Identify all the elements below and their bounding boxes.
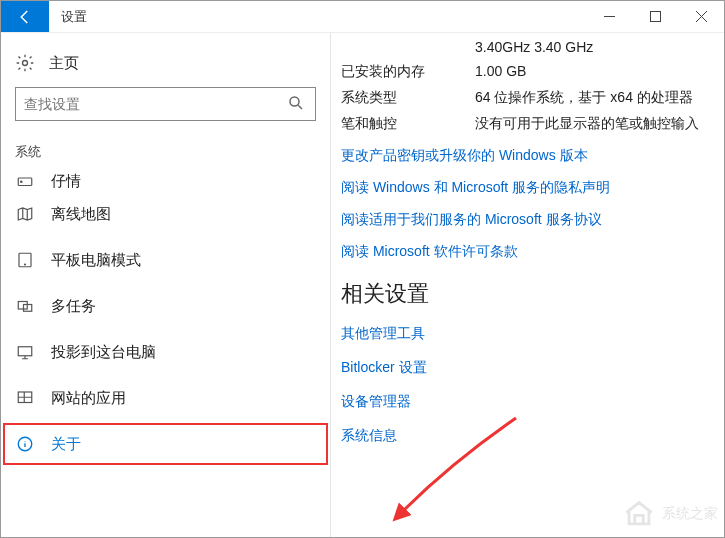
project-icon [15, 342, 35, 362]
spec-row: 3.40GHz 3.40 GHz [341, 39, 714, 55]
link-privacy-statement[interactable]: 阅读 Windows 和 Microsoft 服务的隐私声明 [341, 179, 714, 197]
link-license-terms[interactable]: 阅读 Microsoft 软件许可条款 [341, 243, 714, 261]
link-bitlocker[interactable]: Bitlocker 设置 [341, 359, 714, 377]
link-list: 更改产品密钥或升级你的 Windows 版本 阅读 Windows 和 Micr… [341, 147, 714, 261]
sidebar-item-label: 多任务 [51, 297, 96, 316]
link-change-product-key[interactable]: 更改产品密钥或升级你的 Windows 版本 [341, 147, 714, 165]
sidebar-item-tablet-mode[interactable]: 平板电脑模式 [1, 237, 330, 283]
svg-rect-9 [18, 347, 32, 356]
spec-val: 64 位操作系统，基于 x64 的处理器 [451, 89, 714, 107]
window-title: 设置 [49, 1, 99, 32]
storage-icon [15, 171, 35, 191]
sidebar-item-label: 关于 [51, 435, 81, 454]
spec-val: 3.40GHz 3.40 GHz [451, 39, 714, 55]
sidebar-item-offline-maps[interactable]: 离线地图 [1, 191, 330, 237]
multitask-icon [15, 296, 35, 316]
tablet-icon [15, 250, 35, 270]
spec-row: 笔和触控 没有可用于此显示器的笔或触控输入 [341, 115, 714, 133]
svg-rect-0 [650, 12, 660, 22]
sidebar-item-apps-for-websites[interactable]: 网站的应用 [1, 375, 330, 421]
link-device-manager[interactable]: 设备管理器 [341, 393, 714, 411]
spec-key: 系统类型 [341, 89, 451, 107]
spec-row: 已安装的内存 1.00 GB [341, 63, 714, 81]
sidebar-item-multitasking[interactable]: 多任务 [1, 283, 330, 329]
apps-icon [15, 388, 35, 408]
search-input[interactable] [15, 87, 316, 121]
sidebar-item-projecting[interactable]: 投影到这台电脑 [1, 329, 330, 375]
spec-key [341, 39, 451, 55]
maximize-button[interactable] [632, 1, 678, 32]
sidebar-nav: 仔情 离线地图 平板电脑模式 多任务 投影到这台电脑 网站的应用 [1, 165, 330, 467]
related-settings-heading: 相关设置 [341, 279, 714, 309]
sidebar-item-label: 离线地图 [51, 205, 111, 224]
link-services-agreement[interactable]: 阅读适用于我们服务的 Microsoft 服务协议 [341, 211, 714, 229]
spec-key: 已安装的内存 [341, 63, 451, 81]
main-panel: 3.40GHz 3.40 GHz 已安装的内存 1.00 GB 系统类型 64 … [331, 33, 724, 537]
svg-rect-7 [18, 302, 27, 310]
spec-val: 1.00 GB [451, 63, 714, 81]
map-icon [15, 204, 35, 224]
svg-point-6 [24, 264, 25, 265]
sidebar-item-label: 投影到这台电脑 [51, 343, 156, 362]
svg-point-1 [23, 61, 28, 66]
sidebar-item-about[interactable]: 关于 [1, 421, 330, 467]
sidebar-item-storage[interactable]: 仔情 [1, 165, 330, 191]
sidebar-section-label: 系统 [1, 135, 330, 165]
sidebar-home-label: 主页 [49, 54, 79, 73]
link-system-info[interactable]: 系统信息 [341, 427, 714, 445]
back-button[interactable] [1, 1, 49, 32]
minimize-button[interactable] [586, 1, 632, 32]
info-icon [15, 434, 35, 454]
sidebar-item-label: 仔情 [51, 172, 81, 191]
svg-point-4 [21, 181, 23, 183]
titlebar: 设置 [1, 1, 724, 33]
link-admin-tools[interactable]: 其他管理工具 [341, 325, 714, 343]
close-button[interactable] [678, 1, 724, 32]
sidebar-item-label: 平板电脑模式 [51, 251, 141, 270]
sidebar: 主页 系统 仔情 离线地图 平板电脑模式 [1, 33, 331, 537]
spec-key: 笔和触控 [341, 115, 451, 133]
svg-point-2 [290, 97, 299, 106]
spec-val: 没有可用于此显示器的笔或触控输入 [451, 115, 714, 133]
search-field[interactable] [24, 96, 287, 112]
spec-row: 系统类型 64 位操作系统，基于 x64 的处理器 [341, 89, 714, 107]
sidebar-item-label: 网站的应用 [51, 389, 126, 408]
sidebar-home[interactable]: 主页 [1, 47, 330, 87]
gear-icon [15, 53, 35, 73]
search-icon [287, 94, 307, 114]
